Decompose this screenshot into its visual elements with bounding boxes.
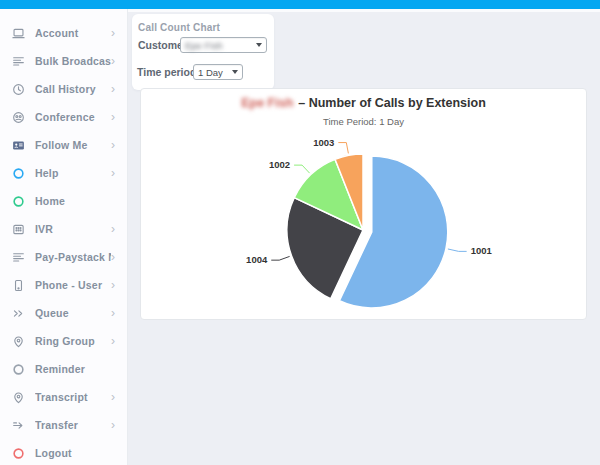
- chart-card: 1001100410021003 Epe Fish– Number of Cal…: [140, 88, 587, 320]
- panel-heading: Call Count Chart: [138, 22, 220, 33]
- circle-outline-icon: [12, 363, 27, 376]
- sidebar-item-conference[interactable]: Conference›: [0, 103, 127, 131]
- history-clock-icon: [12, 83, 27, 96]
- list-lines-icon: [12, 55, 27, 68]
- sidebar-item-label: Follow Me: [35, 139, 111, 151]
- chevron-right-icon: ›: [111, 307, 117, 319]
- phone-icon: [12, 279, 27, 292]
- main-top-divider: [128, 9, 600, 12]
- sidebar-item-label: Account: [35, 27, 111, 39]
- sidebar-item-label: Conference: [35, 111, 111, 123]
- sidebar-menu: Account›Bulk Broadcast›Call History›Conf…: [0, 19, 127, 465]
- sidebar-item-label: Call History: [35, 83, 111, 95]
- sidebar-item-label: Help: [35, 167, 111, 179]
- chevron-right-icon: ›: [111, 139, 117, 151]
- arrow-right-icon: [12, 419, 27, 432]
- sidebar-item-ring-group[interactable]: Ring Group›: [0, 327, 127, 355]
- pie-label-connector: [448, 249, 467, 251]
- sidebar-item-label: Reminder: [35, 363, 117, 375]
- dropdown-arrow-icon: [256, 43, 262, 47]
- pie-slice-label: 1003: [313, 137, 334, 148]
- chart-title-customer: Epe Fish: [241, 96, 293, 110]
- sidebar-item-label: IVR: [35, 223, 111, 235]
- main-content: Call Count Chart Customer: Epe Fish Time…: [128, 9, 600, 465]
- sidebar-item-label: Pay-Paystack NG: [35, 251, 111, 263]
- contact-card-icon: [12, 139, 27, 152]
- sidebar-item-logout[interactable]: Logout: [0, 439, 127, 465]
- chevron-right-icon: ›: [111, 27, 117, 39]
- pie-label-connector: [271, 256, 289, 260]
- time-period-select-value: 1 Day: [198, 67, 229, 78]
- chevron-right-icon: ›: [111, 251, 117, 263]
- pie-slice-label: 1002: [269, 159, 290, 170]
- pin-icon: [12, 335, 27, 348]
- sidebar-item-label: Home: [35, 195, 117, 207]
- chevron-right-icon: ›: [111, 419, 117, 431]
- chevron-right-icon: ›: [111, 391, 117, 403]
- sidebar-item-label: Transfer: [35, 419, 111, 431]
- chevron-right-icon: ›: [111, 223, 117, 235]
- circle-outline-icon: [12, 195, 27, 208]
- time-period-select[interactable]: 1 Day: [193, 64, 243, 80]
- sidebar-item-transfer[interactable]: Transfer›: [0, 411, 127, 439]
- pie-slice-label: 1004: [246, 254, 268, 265]
- sidebar-item-pay-paystack-ng[interactable]: Pay-Paystack NG›: [0, 243, 127, 271]
- laptop-icon: [12, 27, 27, 40]
- sidebar-item-follow-me[interactable]: Follow Me›: [0, 131, 127, 159]
- customer-select-value: Epe Fish: [185, 40, 253, 51]
- pie-label-connector: [294, 165, 310, 173]
- sidebar-item-bulk-broadcast[interactable]: Bulk Broadcast›: [0, 47, 127, 75]
- chevron-right-icon: ›: [111, 279, 117, 291]
- chevron-right-icon: ›: [111, 111, 117, 123]
- time-period-label: Time period:: [137, 66, 200, 78]
- sidebar-item-label: Logout: [35, 447, 117, 459]
- double-chevron-icon: [12, 307, 27, 320]
- keypad-icon: [12, 223, 27, 236]
- sidebar: Account›Bulk Broadcast›Call History›Conf…: [0, 9, 128, 465]
- sidebar-item-label: Phone - User: [35, 279, 111, 291]
- pie-label-connector: [338, 143, 348, 154]
- sidebar-item-home[interactable]: Home: [0, 187, 127, 215]
- chevron-right-icon: ›: [111, 83, 117, 95]
- circle-outline-icon: [12, 447, 27, 460]
- sidebar-item-call-history[interactable]: Call History›: [0, 75, 127, 103]
- sidebar-item-ivr[interactable]: IVR›: [0, 215, 127, 243]
- chart-controls-panel: Call Count Chart Customer: Epe Fish Time…: [132, 14, 274, 90]
- sidebar-item-label: Ring Group: [35, 335, 111, 347]
- chevron-right-icon: ›: [111, 55, 117, 67]
- pie-slice-label: 1001: [471, 245, 493, 256]
- sidebar-item-account[interactable]: Account›: [0, 19, 127, 47]
- sidebar-item-help[interactable]: Help›: [0, 159, 127, 187]
- list-lines-icon: [12, 251, 27, 264]
- chart-subtitle: Time Period: 1 Day: [141, 116, 586, 127]
- app-window: Account›Bulk Broadcast›Call History›Conf…: [0, 0, 600, 465]
- sidebar-item-label: Transcript: [35, 391, 111, 403]
- sidebar-item-transcript[interactable]: Transcript›: [0, 383, 127, 411]
- dropdown-arrow-icon: [232, 70, 238, 74]
- people-circle-icon: [12, 111, 27, 124]
- circle-outline-icon: [12, 167, 27, 180]
- top-accent-bar: [0, 0, 600, 9]
- chart-title: Epe Fish– Number of Calls by Extension: [141, 96, 586, 110]
- chevron-right-icon: ›: [111, 167, 117, 179]
- sidebar-item-label: Queue: [35, 307, 111, 319]
- customer-select[interactable]: Epe Fish: [180, 37, 267, 53]
- chevron-right-icon: ›: [111, 335, 117, 347]
- sidebar-item-label: Bulk Broadcast: [35, 55, 111, 67]
- sidebar-item-phone-user[interactable]: Phone - User›: [0, 271, 127, 299]
- sidebar-item-reminder[interactable]: Reminder: [0, 355, 127, 383]
- chart-title-text: – Number of Calls by Extension: [298, 96, 486, 110]
- pin-icon: [12, 391, 27, 404]
- sidebar-item-queue[interactable]: Queue›: [0, 299, 127, 327]
